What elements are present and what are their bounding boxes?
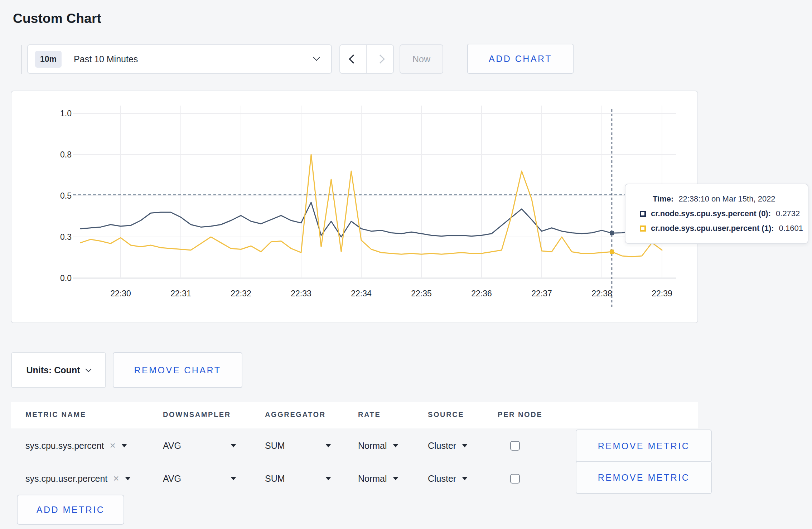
toolbar-divider bbox=[21, 45, 22, 74]
clear-metric-icon[interactable]: × bbox=[113, 473, 119, 484]
svg-text:0.5: 0.5 bbox=[60, 191, 72, 200]
crosshair-marker-icon bbox=[610, 249, 614, 254]
add-metric-button[interactable]: ADD METRIC bbox=[17, 495, 124, 525]
col-header-rate: RATE bbox=[358, 411, 381, 419]
remove-metric-button[interactable]: REMOVE METRIC bbox=[576, 429, 712, 462]
downsampler-value: AVG bbox=[163, 441, 181, 451]
aggregator-value: SUM bbox=[265, 474, 285, 484]
units-dropdown[interactable]: Units: Count bbox=[11, 352, 106, 388]
per-node-cell bbox=[510, 429, 520, 462]
metric-name-select[interactable]: sys.cpu.user.percent × bbox=[25, 462, 131, 495]
caret-down-icon bbox=[325, 477, 331, 480]
page-title: Custom Chart bbox=[13, 11, 101, 26]
chart-svg[interactable]: 0.00.30.50.81.022:3022:3122:3222:3322:34… bbox=[11, 91, 697, 322]
series-line-1 bbox=[81, 155, 662, 257]
svg-text:1.0: 1.0 bbox=[60, 109, 72, 118]
series-line-0 bbox=[81, 202, 662, 237]
metric-name-value: sys.cpu.sys.percent bbox=[25, 441, 104, 451]
chevron-left-icon bbox=[349, 54, 358, 63]
now-button[interactable]: Now bbox=[400, 44, 443, 74]
y-axis-labels: 0.00.30.50.81.0 bbox=[60, 109, 72, 283]
prev-time-button[interactable] bbox=[340, 45, 367, 73]
aggregator-select[interactable]: SUM bbox=[265, 429, 331, 462]
svg-text:0.3: 0.3 bbox=[60, 232, 72, 242]
tooltip-series-value: 0.1601 bbox=[779, 224, 803, 233]
time-window-label: Past 10 Minutes bbox=[74, 54, 138, 64]
svg-text:22:39: 22:39 bbox=[652, 289, 672, 298]
tooltip-series-row: cr.node.sys.cpu.user.percent (1): 0.1601 bbox=[640, 224, 808, 233]
caret-down-icon bbox=[393, 444, 398, 447]
caret-down-icon bbox=[121, 444, 127, 447]
x-axis-labels: 22:3022:3122:3222:3322:3422:3522:3622:37… bbox=[110, 289, 672, 298]
caret-down-icon bbox=[231, 444, 236, 447]
metrics-table-header: METRIC NAME DOWNSAMPLER AGGREGATOR RATE … bbox=[11, 402, 698, 428]
chart-tooltip: Time: 22:38:10 on Mar 15th, 2022 cr.node… bbox=[625, 184, 808, 244]
svg-text:22:30: 22:30 bbox=[110, 289, 131, 298]
per-node-cell bbox=[510, 462, 520, 495]
caret-down-icon bbox=[393, 477, 398, 480]
clear-metric-icon[interactable]: × bbox=[110, 440, 116, 451]
sys-series-swatch-icon bbox=[640, 211, 646, 217]
svg-text:22:33: 22:33 bbox=[291, 289, 311, 298]
per-node-checkbox[interactable] bbox=[510, 474, 520, 484]
svg-text:22:31: 22:31 bbox=[170, 289, 191, 298]
rate-value: Normal bbox=[358, 474, 387, 484]
table-row: sys.cpu.sys.percent × AVG SUM Normal Clu… bbox=[11, 429, 698, 462]
aggregator-select[interactable]: SUM bbox=[265, 462, 331, 495]
units-label: Units: Count bbox=[26, 365, 80, 375]
svg-text:0.0: 0.0 bbox=[60, 273, 72, 283]
tooltip-series-value: 0.2732 bbox=[776, 209, 800, 218]
table-row: sys.cpu.user.percent × AVG SUM Normal Cl… bbox=[11, 462, 698, 495]
rate-select[interactable]: Normal bbox=[358, 462, 398, 495]
rate-value: Normal bbox=[358, 441, 387, 451]
tooltip-series-name: cr.node.sys.cpu.sys.percent (0): bbox=[651, 209, 771, 218]
metric-name-value: sys.cpu.user.percent bbox=[25, 474, 107, 484]
svg-text:22:36: 22:36 bbox=[471, 289, 492, 298]
custom-chart-panel: 0.00.30.50.81.022:3022:3122:3222:3322:34… bbox=[11, 91, 698, 323]
crosshair-marker-icon bbox=[610, 231, 614, 235]
chevron-down-icon bbox=[86, 366, 92, 372]
source-value: Cluster bbox=[428, 441, 456, 451]
downsampler-select[interactable]: AVG bbox=[163, 429, 236, 462]
caret-down-icon bbox=[231, 477, 236, 480]
source-select[interactable]: Cluster bbox=[428, 462, 468, 495]
caret-down-icon bbox=[462, 477, 468, 480]
tooltip-time-label: Time: bbox=[653, 194, 673, 204]
caret-down-icon bbox=[325, 444, 331, 447]
svg-text:22:38: 22:38 bbox=[591, 289, 612, 298]
chevron-right-icon bbox=[376, 54, 385, 63]
downsampler-select[interactable]: AVG bbox=[163, 462, 236, 495]
tooltip-series-name: cr.node.sys.cpu.user.percent (1): bbox=[651, 224, 774, 233]
x-gridlines bbox=[121, 106, 662, 278]
col-header-aggregator: AGGREGATOR bbox=[265, 411, 326, 419]
per-node-checkbox[interactable] bbox=[510, 441, 520, 451]
col-header-per-node: PER NODE bbox=[498, 411, 542, 419]
metric-name-select[interactable]: sys.cpu.sys.percent × bbox=[25, 429, 127, 462]
add-chart-button[interactable]: ADD CHART bbox=[467, 44, 574, 74]
svg-text:0.8: 0.8 bbox=[60, 150, 72, 159]
rate-select[interactable]: Normal bbox=[358, 429, 398, 462]
svg-text:22:34: 22:34 bbox=[351, 289, 372, 298]
col-header-downsampler: DOWNSAMPLER bbox=[163, 411, 231, 419]
col-header-metric-name: METRIC NAME bbox=[25, 411, 86, 419]
downsampler-value: AVG bbox=[163, 474, 181, 484]
source-value: Cluster bbox=[428, 474, 456, 484]
svg-text:22:32: 22:32 bbox=[231, 289, 251, 298]
remove-metric-button[interactable]: REMOVE METRIC bbox=[576, 461, 712, 494]
source-select[interactable]: Cluster bbox=[428, 429, 468, 462]
svg-text:22:35: 22:35 bbox=[411, 289, 432, 298]
caret-down-icon bbox=[462, 444, 468, 447]
time-nav-arrows bbox=[339, 44, 394, 74]
aggregator-value: SUM bbox=[265, 441, 285, 451]
next-time-button[interactable] bbox=[367, 45, 393, 73]
tooltip-time-value: 22:38:10 on Mar 15th, 2022 bbox=[678, 194, 775, 204]
user-series-swatch-icon bbox=[640, 225, 646, 232]
tooltip-series-row: cr.node.sys.cpu.sys.percent (0): 0.2732 bbox=[640, 209, 808, 218]
col-header-source: SOURCE bbox=[428, 411, 464, 419]
tooltip-time-row: Time: 22:38:10 on Mar 15th, 2022 bbox=[653, 194, 808, 204]
remove-chart-button[interactable]: REMOVE CHART bbox=[113, 352, 242, 388]
chevron-down-icon bbox=[314, 56, 319, 62]
svg-text:22:37: 22:37 bbox=[531, 289, 552, 298]
caret-down-icon bbox=[125, 477, 131, 480]
time-window-dropdown[interactable]: 10m Past 10 Minutes bbox=[27, 44, 332, 74]
